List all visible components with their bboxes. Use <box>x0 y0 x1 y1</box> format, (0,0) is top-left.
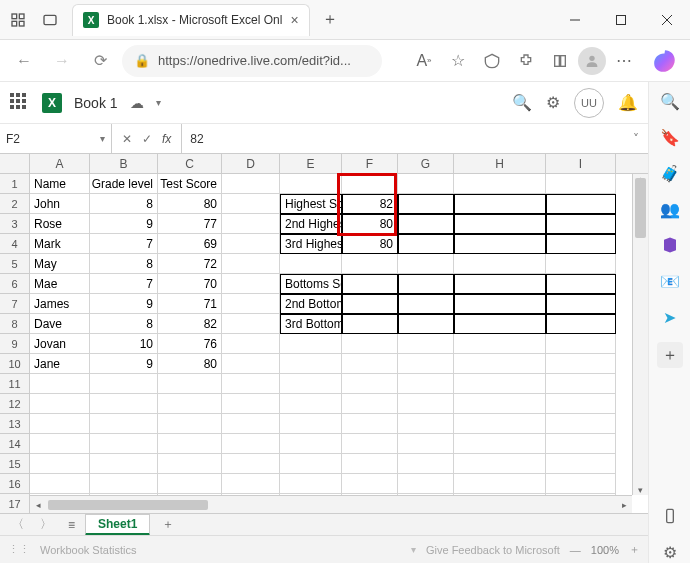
cell[interactable] <box>342 414 398 434</box>
cell[interactable] <box>398 194 454 214</box>
cell[interactable] <box>90 454 158 474</box>
cell[interactable]: Highest Score <box>280 194 342 214</box>
cell[interactable] <box>398 354 454 374</box>
cell[interactable] <box>222 474 280 494</box>
sidebar-phone-icon[interactable] <box>659 505 681 527</box>
cell[interactable] <box>222 274 280 294</box>
cell[interactable] <box>342 474 398 494</box>
cell[interactable]: 72 <box>158 254 222 274</box>
cell[interactable] <box>158 374 222 394</box>
cell[interactable]: 9 <box>90 354 158 374</box>
cell[interactable] <box>454 354 546 374</box>
send-icon[interactable]: ➤ <box>659 306 681 328</box>
cell[interactable] <box>158 454 222 474</box>
minimize-button[interactable] <box>552 0 598 40</box>
outlook-icon[interactable]: 📧 <box>659 270 681 292</box>
cell[interactable] <box>398 474 454 494</box>
cell[interactable]: 70 <box>158 274 222 294</box>
cell[interactable] <box>454 214 546 234</box>
row-header[interactable]: 7 <box>0 294 30 314</box>
cell[interactable] <box>30 474 90 494</box>
shopping-icon[interactable]: 🧳 <box>659 162 681 184</box>
cell[interactable] <box>398 294 454 314</box>
notify-icon[interactable] <box>476 45 508 77</box>
cell[interactable] <box>546 194 616 214</box>
cell[interactable] <box>454 334 546 354</box>
add-sheet-button[interactable]: ＋ <box>154 516 182 533</box>
scroll-right-arrow[interactable]: ▸ <box>616 500 632 510</box>
cell[interactable]: Jovan <box>30 334 90 354</box>
accept-formula-icon[interactable]: ✓ <box>142 132 152 146</box>
tag-icon[interactable]: 🔖 <box>659 126 681 148</box>
copilot-icon[interactable] <box>648 44 682 78</box>
col-header[interactable]: B <box>90 154 158 173</box>
cell[interactable] <box>342 354 398 374</box>
cell[interactable]: 80 <box>342 234 398 254</box>
cell[interactable] <box>222 174 280 194</box>
row-header[interactable]: 4 <box>0 234 30 254</box>
cell[interactable] <box>30 374 90 394</box>
cell[interactable]: Grade level <box>90 174 158 194</box>
cell[interactable] <box>546 354 616 374</box>
col-header[interactable]: E <box>280 154 342 173</box>
formula-input[interactable]: 82 <box>182 132 624 146</box>
cell[interactable]: Name <box>30 174 90 194</box>
cell[interactable] <box>280 474 342 494</box>
cell[interactable] <box>546 274 616 294</box>
cell[interactable] <box>454 454 546 474</box>
row-header[interactable]: 14 <box>0 434 30 454</box>
header-settings-icon[interactable]: ⚙ <box>546 93 560 112</box>
col-header[interactable]: D <box>222 154 280 173</box>
cell[interactable]: Jane <box>30 354 90 374</box>
cell[interactable] <box>90 474 158 494</box>
cell[interactable] <box>454 394 546 414</box>
sheet-nav-prev[interactable]: 〈 <box>6 516 30 533</box>
cell[interactable] <box>90 394 158 414</box>
row-header[interactable]: 8 <box>0 314 30 334</box>
cell[interactable] <box>546 174 616 194</box>
row-header[interactable]: 2 <box>0 194 30 214</box>
cell[interactable] <box>280 254 342 274</box>
cell[interactable] <box>90 434 158 454</box>
cell[interactable] <box>280 354 342 374</box>
cell[interactable] <box>90 414 158 434</box>
cell[interactable] <box>454 274 546 294</box>
cell[interactable] <box>546 374 616 394</box>
cell[interactable]: 82 <box>342 194 398 214</box>
cell[interactable] <box>398 214 454 234</box>
cell[interactable]: 8 <box>90 194 158 214</box>
cell[interactable] <box>158 474 222 494</box>
col-header[interactable]: I <box>546 154 616 173</box>
cell[interactable]: 9 <box>90 294 158 314</box>
zoom-out-button[interactable]: — <box>570 544 581 556</box>
cell[interactable] <box>158 434 222 454</box>
cell[interactable]: 80 <box>158 194 222 214</box>
workbook-statistics[interactable]: Workbook Statistics <box>40 544 136 556</box>
more-icon[interactable]: ⋯ <box>608 45 640 77</box>
col-header[interactable]: A <box>30 154 90 173</box>
cell[interactable] <box>222 294 280 314</box>
row-header[interactable]: 3 <box>0 214 30 234</box>
cell[interactable]: 10 <box>90 334 158 354</box>
cell[interactable]: Dave <box>30 314 90 334</box>
scroll-down-arrow[interactable]: ▾ <box>633 483 648 497</box>
col-header[interactable]: H <box>454 154 546 173</box>
cell[interactable]: May <box>30 254 90 274</box>
cell[interactable]: James <box>30 294 90 314</box>
row-header[interactable]: 15 <box>0 454 30 474</box>
collections-icon[interactable] <box>544 45 576 77</box>
cell[interactable] <box>546 454 616 474</box>
cell[interactable]: 8 <box>90 254 158 274</box>
cell[interactable]: 2nd Bottom <box>280 294 342 314</box>
cell[interactable]: 82 <box>158 314 222 334</box>
cell[interactable] <box>454 374 546 394</box>
search-icon[interactable]: 🔍 <box>659 90 681 112</box>
row-header[interactable]: 1 <box>0 174 30 194</box>
new-tab-button[interactable]: ＋ <box>314 4 346 36</box>
row-header[interactable]: 13 <box>0 414 30 434</box>
cell[interactable] <box>398 314 454 334</box>
cell[interactable] <box>222 334 280 354</box>
cell[interactable] <box>342 454 398 474</box>
cell[interactable] <box>342 334 398 354</box>
document-name[interactable]: Book 1 <box>74 95 118 111</box>
